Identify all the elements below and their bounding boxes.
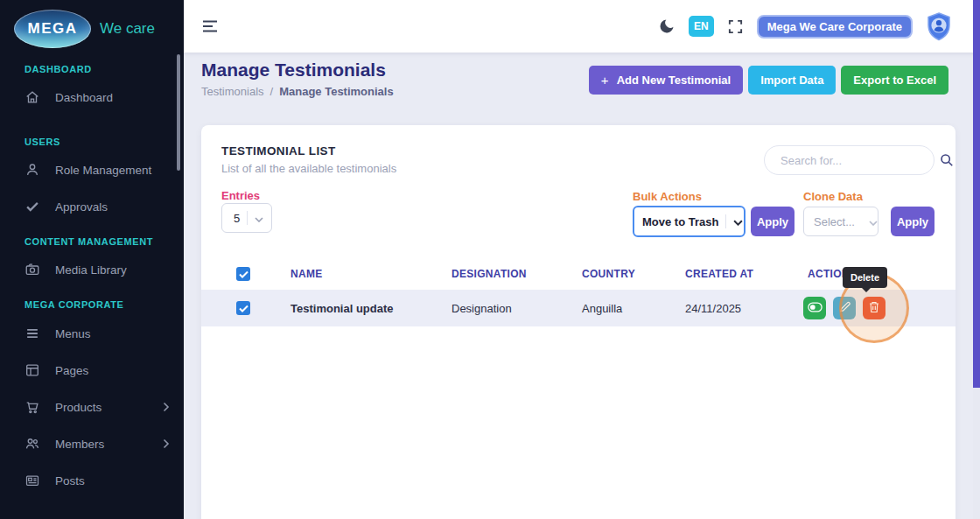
brand-logo[interactable]: MEGA We care xyxy=(0,0,184,49)
entries-select[interactable]: 5 xyxy=(221,203,272,233)
column-header-designation: DESIGNATION xyxy=(452,268,527,280)
cart-icon xyxy=(24,399,40,415)
select-divider xyxy=(247,211,248,225)
topbar: EN Mega We Care Corporate xyxy=(184,0,980,53)
sidebar-item-dashboard[interactable]: Dashboard xyxy=(0,79,184,116)
sidebar-section-users: USERS xyxy=(0,137,184,147)
export-to-excel-button[interactable]: Export to Excel xyxy=(841,66,948,95)
sidebar-item-posts[interactable]: Posts xyxy=(0,462,184,499)
menu-icon xyxy=(24,326,40,341)
sidebar-section-content-management: CONTENT MANAGEMENT xyxy=(0,236,184,247)
home-icon xyxy=(24,89,40,105)
page-scrollbar-thumb[interactable] xyxy=(973,0,980,388)
sidebar-item-menus[interactable]: Menus xyxy=(0,315,184,352)
clone-data-label: Clone Data xyxy=(803,190,863,203)
sidebar-item-role-management[interactable]: Role Management xyxy=(0,151,184,188)
import-data-button[interactable]: Import Data xyxy=(748,66,836,95)
logo-text: MEGA xyxy=(28,20,78,38)
cell-name: Testimonial update xyxy=(290,302,394,315)
column-header-created-at: CREATED AT xyxy=(685,268,753,280)
column-header-country: COUNTRY xyxy=(582,268,635,280)
clone-data-apply-button[interactable]: Apply xyxy=(891,207,934,236)
column-header-name: NAME xyxy=(290,268,323,280)
members-icon xyxy=(24,436,40,452)
add-new-testimonial-button[interactable]: + Add New Testimonial xyxy=(589,66,743,95)
entries-label: Entries xyxy=(221,189,260,202)
chevron-down-icon xyxy=(869,215,878,228)
bulk-actions-label: Bulk Actions xyxy=(633,190,702,203)
select-divider xyxy=(725,214,726,228)
cell-created-at: 24/11/2025 xyxy=(685,302,741,315)
page-actions: + Add New Testimonial Import Data Export… xyxy=(589,66,948,95)
chevron-down-icon xyxy=(255,212,263,225)
topbar-actions: EN Mega We Care Corporate xyxy=(658,12,952,41)
dark-mode-moon-icon[interactable] xyxy=(658,18,676,35)
cell-country: Anguilla xyxy=(582,302,622,315)
sidebar-item-products[interactable]: Products xyxy=(0,389,184,425)
camera-icon xyxy=(24,262,40,277)
sidebar-item-label: Dashboard xyxy=(55,91,113,104)
card-subtitle: List of all the available testimonials xyxy=(221,162,396,175)
sidebar-item-label: Approvals xyxy=(55,200,108,214)
breadcrumb-separator: / xyxy=(270,85,274,98)
app-window: MEGA We care DASHBOARD Dashboard USERS R… xyxy=(0,0,980,519)
check-icon xyxy=(24,199,40,214)
chevron-right-icon xyxy=(163,438,170,449)
card-title: TESTIMONIAL LIST xyxy=(221,144,336,158)
search-icon[interactable] xyxy=(940,153,967,167)
sidebar-item-label: Products xyxy=(55,401,102,414)
row-checkbox[interactable] xyxy=(236,301,250,315)
sidebar-item-label: Media Library xyxy=(55,263,127,277)
breadcrumb: Testimonials / Manage Testimonials xyxy=(201,85,394,98)
sidebar-item-media-library[interactable]: Media Library xyxy=(0,251,184,288)
sidebar-item-label: Members xyxy=(55,438,104,451)
delete-tooltip: Delete xyxy=(843,267,887,288)
sidebar-item-pages[interactable]: Pages xyxy=(0,352,184,389)
pages-icon xyxy=(24,362,40,378)
sidebar-section-dashboard: DASHBOARD xyxy=(0,64,184,74)
search-box xyxy=(764,145,934,175)
sidebar-item-label: Role Management xyxy=(55,164,151,177)
sidebar-scrollbar[interactable] xyxy=(177,54,180,171)
organization-button[interactable]: Mega We Care Corporate xyxy=(757,15,913,39)
search-input[interactable] xyxy=(765,154,940,167)
user-avatar[interactable] xyxy=(926,12,952,41)
clone-data-value: Select... xyxy=(814,215,855,228)
sidebar-item-label: Menus xyxy=(55,327,91,340)
select-all-checkbox[interactable] xyxy=(236,267,250,281)
sidebar-toggle-icon[interactable] xyxy=(201,18,219,35)
bulk-actions-value: Move to Trash xyxy=(642,215,718,228)
sidebar-item-label: Posts xyxy=(55,474,85,487)
logo-tagline: We care xyxy=(100,20,155,38)
bulk-actions-select[interactable]: Move to Trash xyxy=(633,206,746,237)
breadcrumb-parent[interactable]: Testimonials xyxy=(201,85,264,98)
user-icon xyxy=(24,162,40,178)
page-scrollbar-track[interactable] xyxy=(973,0,980,519)
toggle-status-button[interactable] xyxy=(803,297,826,319)
sidebar-item-label: Pages xyxy=(55,364,88,377)
add-button-label: Add New Testimonial xyxy=(617,74,732,87)
language-badge[interactable]: EN xyxy=(689,16,714,37)
delete-tooltip-arrow xyxy=(861,287,872,298)
plus-icon: + xyxy=(601,73,609,88)
mega-logo-icon: MEGA xyxy=(14,10,91,48)
fullscreen-icon[interactable] xyxy=(727,18,744,35)
page-title: Manage Testimonials xyxy=(201,60,386,81)
sidebar: MEGA We care DASHBOARD Dashboard USERS R… xyxy=(0,0,184,519)
breadcrumb-current: Manage Testimonials xyxy=(279,85,394,98)
entries-value: 5 xyxy=(234,212,240,225)
cell-designation: Designation xyxy=(452,302,512,315)
sidebar-item-approvals[interactable]: Approvals xyxy=(0,188,184,225)
clone-data-select[interactable]: Select... xyxy=(803,207,878,236)
news-icon xyxy=(24,473,40,488)
bulk-actions-apply-button[interactable]: Apply xyxy=(751,207,794,236)
toggle-icon xyxy=(808,302,822,315)
sidebar-section-mega-corporate: MEGA CORPORATE xyxy=(0,299,184,310)
chevron-down-icon xyxy=(733,215,743,228)
sidebar-item-members[interactable]: Members xyxy=(0,425,184,462)
chevron-right-icon xyxy=(163,402,170,412)
